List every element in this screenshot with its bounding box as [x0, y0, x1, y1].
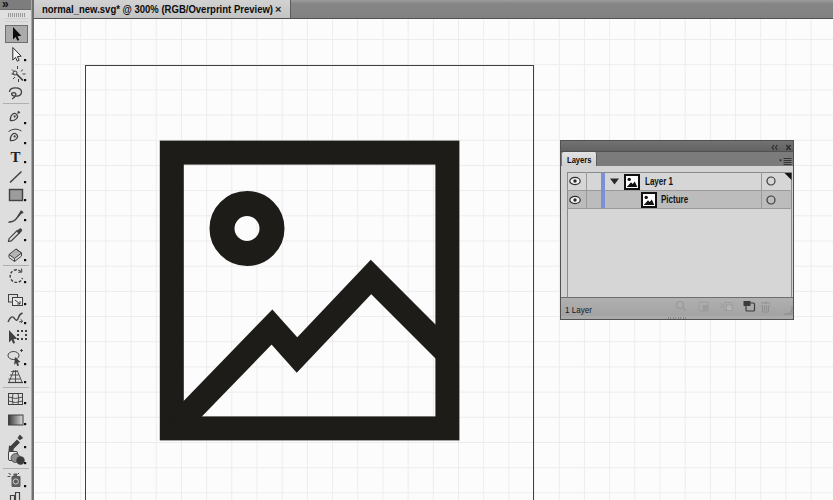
- svg-text:T: T: [10, 149, 20, 165]
